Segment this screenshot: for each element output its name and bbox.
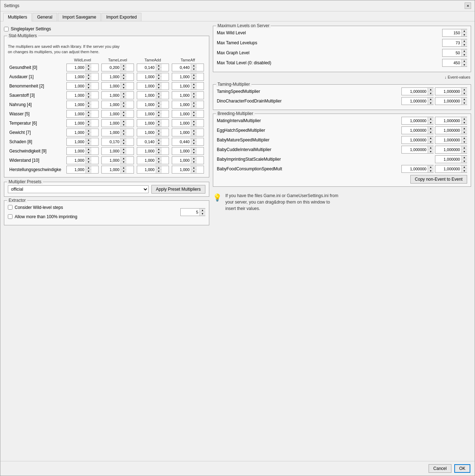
spin-up[interactable]: ▲ <box>461 29 467 33</box>
stat-wild-input-3[interactable] <box>67 92 85 99</box>
spin-down[interactable]: ▼ <box>86 86 91 90</box>
spin-down[interactable]: ▼ <box>86 114 91 117</box>
spin-down[interactable]: ▼ <box>156 160 162 164</box>
taming-v1-input-1[interactable] <box>402 97 428 105</box>
breeding-v1-input-3[interactable] <box>402 146 428 153</box>
taming-v1-input-0[interactable] <box>402 88 428 95</box>
spin-down[interactable]: ▼ <box>121 123 126 127</box>
stat-add-input-7[interactable] <box>137 129 156 136</box>
spin-down[interactable]: ▼ <box>86 132 91 136</box>
spin-down[interactable]: ▼ <box>191 142 197 145</box>
tab-general[interactable]: General <box>32 13 57 21</box>
spin-down[interactable]: ▼ <box>156 170 162 173</box>
stat-wild-input-2[interactable] <box>67 82 85 90</box>
stat-wild-input-0[interactable] <box>67 64 85 71</box>
stat-wild-input-7[interactable] <box>67 129 85 136</box>
close-button[interactable]: ✕ <box>465 2 471 9</box>
spin-up[interactable]: ▲ <box>156 120 162 123</box>
spin-down[interactable]: ▼ <box>86 105 91 108</box>
spin-up[interactable]: ▲ <box>156 129 162 132</box>
stat-wild-input-11[interactable] <box>67 166 85 173</box>
spin-down[interactable]: ▼ <box>156 142 162 145</box>
stat-wild-input-4[interactable] <box>67 101 85 108</box>
spin-up[interactable]: ▲ <box>461 39 467 43</box>
stat-tame-input-2[interactable] <box>102 82 120 90</box>
stat-aff-input-4[interactable] <box>172 101 191 108</box>
max-level-input-1[interactable] <box>442 39 461 46</box>
spin-down[interactable]: ▼ <box>191 160 197 164</box>
apply-preset-button[interactable]: Apply Preset Multipliers <box>151 185 205 194</box>
spin-down[interactable]: ▼ <box>191 123 197 127</box>
taming-v2-input-1[interactable] <box>435 97 461 105</box>
spin-up[interactable]: ▲ <box>156 82 162 86</box>
spin-up[interactable]: ▲ <box>191 110 197 114</box>
spin-down[interactable]: ▼ <box>191 95 197 99</box>
spin-down[interactable]: ▼ <box>86 151 91 155</box>
stat-aff-input-3[interactable] <box>172 92 191 99</box>
stat-aff-input-9[interactable] <box>172 147 191 155</box>
spin-up[interactable]: ▲ <box>191 166 197 170</box>
spin-down[interactable]: ▼ <box>156 123 162 127</box>
spin-up[interactable]: ▲ <box>191 64 197 67</box>
stat-aff-input-0[interactable] <box>172 64 191 71</box>
spin-down[interactable]: ▼ <box>156 132 162 136</box>
spin-up[interactable]: ▲ <box>86 157 91 160</box>
breeding-v1-input-2[interactable] <box>402 136 428 144</box>
spin-down[interactable]: ▼ <box>461 63 467 66</box>
preset-dropdown[interactable]: official custom <box>8 185 149 193</box>
spin-up[interactable]: ▲ <box>121 166 126 170</box>
spin-up[interactable]: ▲ <box>191 147 197 151</box>
spin-up[interactable]: ▲ <box>156 166 162 170</box>
max-level-input-3[interactable] <box>442 59 461 66</box>
stat-tame-input-6[interactable] <box>102 120 120 127</box>
spin-down[interactable]: ▼ <box>191 151 197 155</box>
stat-add-input-9[interactable] <box>137 147 156 155</box>
stat-add-input-6[interactable] <box>137 120 156 127</box>
spin-up[interactable]: ▲ <box>121 64 126 67</box>
spin-up[interactable]: ▲ <box>121 129 126 132</box>
spin-up[interactable]: ▲ <box>191 73 197 77</box>
spin-down[interactable]: ▼ <box>191 77 197 80</box>
spin-down[interactable]: ▼ <box>461 33 467 36</box>
spin-up[interactable]: ▲ <box>86 101 91 105</box>
spin-down[interactable]: ▼ <box>156 86 162 90</box>
stat-wild-input-10[interactable] <box>67 157 85 164</box>
spin-down[interactable]: ▼ <box>191 114 197 117</box>
spin-down[interactable]: ▼ <box>121 67 126 71</box>
stat-tame-input-11[interactable] <box>102 166 120 173</box>
singleplayer-checkbox[interactable] <box>4 27 9 31</box>
stat-tame-input-4[interactable] <box>102 101 120 108</box>
spin-up[interactable]: ▲ <box>156 73 162 77</box>
stat-add-input-2[interactable] <box>137 82 156 90</box>
spin-down[interactable]: ▼ <box>191 105 197 108</box>
tab-import-savegame[interactable]: Import Savegame <box>58 13 101 21</box>
spin-up[interactable]: ▲ <box>191 120 197 123</box>
spin-down[interactable]: ▼ <box>86 95 91 99</box>
spin-up[interactable]: ▲ <box>156 92 162 95</box>
stat-aff-input-8[interactable] <box>172 138 191 145</box>
spin-up[interactable]: ▲ <box>200 209 205 212</box>
stat-add-input-10[interactable] <box>137 157 156 164</box>
spin-down[interactable]: ▼ <box>121 132 126 136</box>
spin-down[interactable]: ▼ <box>121 114 126 117</box>
spin-up[interactable]: ▲ <box>191 92 197 95</box>
breeding-v2-input-1[interactable] <box>435 127 461 134</box>
spin-up[interactable]: ▲ <box>156 138 162 142</box>
spin-up[interactable]: ▲ <box>86 92 91 95</box>
breeding-v1-input-0[interactable] <box>402 117 428 124</box>
spin-up[interactable]: ▲ <box>191 82 197 86</box>
spin-up[interactable]: ▲ <box>121 147 126 151</box>
spin-down[interactable]: ▼ <box>191 170 197 173</box>
breeding-v1-input-1[interactable] <box>402 127 428 134</box>
spin-down[interactable]: ▼ <box>121 170 126 173</box>
spin-down[interactable]: ▼ <box>121 142 126 145</box>
stat-tame-input-9[interactable] <box>102 147 120 155</box>
spin-up[interactable]: ▲ <box>156 101 162 105</box>
copy-event-button[interactable]: Copy non-Event to Event <box>410 175 467 184</box>
stat-aff-input-6[interactable] <box>172 120 191 127</box>
spin-up[interactable]: ▲ <box>156 147 162 151</box>
spin-up[interactable]: ▲ <box>86 138 91 142</box>
spin-up[interactable]: ▲ <box>191 157 197 160</box>
spin-down[interactable]: ▼ <box>191 67 197 71</box>
stat-wild-input-5[interactable] <box>67 110 85 117</box>
